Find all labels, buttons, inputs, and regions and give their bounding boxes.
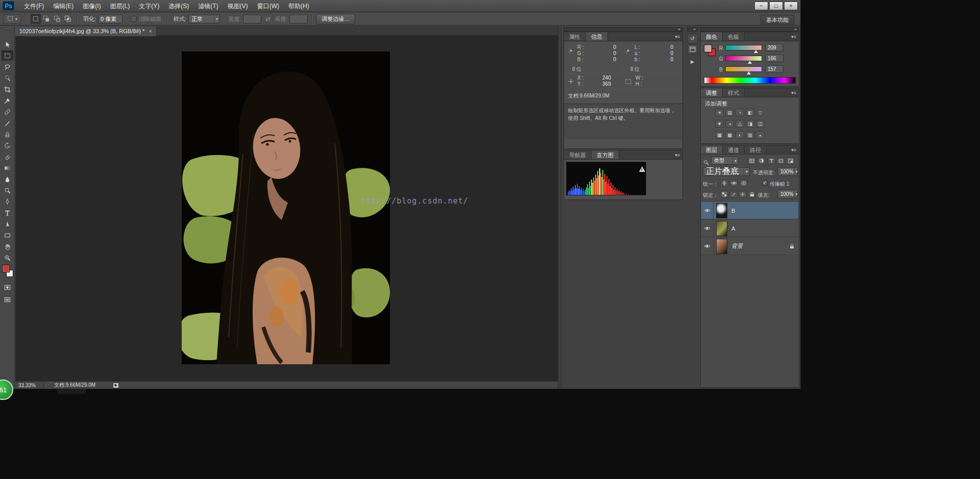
layer-filter-type-dropdown[interactable]: 类型 ▾ [711,157,739,165]
filter-adjustment-layers-icon[interactable] [757,157,766,164]
threshold-icon[interactable]: ◒ [756,131,765,139]
document-tab-close-icon[interactable]: × [149,28,152,34]
lasso-tool[interactable] [2,62,13,72]
red-slider[interactable] [725,45,762,51]
color-spectrum-bar[interactable] [704,77,796,84]
minimize-button[interactable]: − [754,2,768,10]
zoom-tool[interactable] [2,253,13,263]
propagate-frame-checkbox[interactable]: ✓ [762,180,768,186]
new-selection-mode-button[interactable] [31,14,41,24]
panel-menu-icon[interactable]: ▾≡ [791,145,796,155]
color-lookup-icon[interactable]: ▩ [725,131,734,139]
dock-collapse-bar[interactable]: » [700,27,799,32]
gradient-tool[interactable] [2,163,13,173]
invert-icon[interactable]: ◐ [736,131,744,139]
actions-panel-button[interactable]: ▶ [687,57,698,66]
red-value[interactable]: 209 [765,44,783,52]
channel-mixer-icon[interactable]: ▦ [715,131,724,139]
foreground-color-well[interactable] [704,44,712,53]
blend-mode-dropdown[interactable]: 正片叠底 ▾ [703,167,750,176]
screen-mode-button[interactable] [2,294,13,305]
layer-row-background[interactable]: 背景 [701,238,798,255]
panel-menu-icon[interactable]: ▾≡ [791,88,796,97]
crop-tool[interactable] [2,84,13,94]
tab-layers[interactable]: 图层 [701,145,723,154]
layer-name[interactable]: A [731,225,735,232]
opacity-dropdown[interactable]: 100% ▾ [777,167,798,176]
expand-icon[interactable]: ▽ [756,109,765,116]
layer-name[interactable]: 背景 [731,242,743,250]
document-image[interactable] [182,52,390,364]
status-zoom-value[interactable]: 33.33% [18,383,41,388]
curves-icon[interactable]: ◔ [736,109,744,116]
menu-edit[interactable]: 编辑(E) [48,0,78,12]
panel-menu-icon[interactable]: ▾≡ [675,150,680,160]
height-input[interactable] [289,15,308,23]
layer-thumbnail[interactable] [716,221,727,236]
lock-position-icon[interactable] [739,191,747,198]
tab-navigator[interactable]: 导航器 [564,150,592,159]
subtract-from-selection-mode-button[interactable] [52,14,62,24]
panel-splitter[interactable] [558,26,561,389]
green-slider[interactable] [725,56,762,61]
tab-color[interactable]: 颜色 [701,32,723,41]
status-document-size[interactable]: 文档:9.66M/29.0M [54,382,95,389]
layer-row-b[interactable]: B [701,202,798,219]
menu-layer[interactable]: 图层(L) [106,0,135,12]
menu-file[interactable]: 文件(F) [19,0,48,12]
dock-collapse-bar[interactable]: » [564,27,683,32]
intersect-selection-mode-button[interactable] [63,14,73,24]
workspace-switcher-button[interactable]: 基本功能 [761,15,794,26]
tab-channels[interactable]: 通道 [723,145,745,154]
menu-type[interactable]: 文字(Y) [134,0,164,12]
eraser-tool[interactable] [2,152,13,162]
unify-visibility-icon[interactable] [730,180,738,187]
layer-row-a[interactable]: A [701,220,798,237]
shape-tool[interactable] [2,230,13,240]
hand-tool[interactable] [2,241,13,251]
clone-stamp-tool[interactable] [2,129,13,139]
layer-visibility-toggle[interactable] [701,238,714,255]
eyedropper-tool[interactable] [2,95,13,106]
quick-selection-tool[interactable] [2,73,13,83]
green-value[interactable]: 166 [765,55,783,62]
pen-tool[interactable] [2,196,13,207]
tab-info[interactable]: 信息 [586,32,608,41]
canvas[interactable]: http://blog.csdn.net/ [15,36,558,381]
green-slider-thumb[interactable] [748,61,752,64]
tab-paths[interactable]: 路径 [745,145,767,154]
document-tab[interactable]: 102037oefiiofpzikjl4h4.jpg @ 33.3% (B, R… [15,27,157,36]
menu-filter[interactable]: 滤镜(T) [193,0,223,12]
unify-style-icon[interactable] [740,180,748,187]
tab-adjustments[interactable]: 调整 [701,88,723,97]
tab-swatches[interactable]: 色板 [723,32,745,41]
brush-tool[interactable] [2,118,13,128]
dodge-tool[interactable] [2,185,13,195]
tab-styles[interactable]: 样式 [723,88,745,97]
antialias-checkbox[interactable] [131,16,137,22]
path-selection-tool[interactable] [2,219,13,229]
tab-properties[interactable]: 属性 [564,32,586,41]
unify-position-icon[interactable] [720,180,728,187]
layer-visibility-toggle[interactable] [701,202,714,219]
swap-dimensions-icon[interactable]: ⇄ [265,15,271,22]
photo-filter-icon[interactable]: ◫ [756,120,765,128]
filter-shape-layers-icon[interactable] [777,157,785,164]
filter-pixel-layers-icon[interactable] [748,157,756,164]
tab-histogram[interactable]: 直方图 [592,150,619,159]
filter-smart-objects-icon[interactable] [787,157,795,164]
refine-edge-button[interactable]: 调整边缘… [316,14,355,24]
history-panel-button[interactable]: ↺ [687,34,698,43]
exposure-icon[interactable]: ◧ [746,109,754,116]
lock-transparency-icon[interactable] [720,191,728,198]
layer-thumbnail[interactable] [716,239,727,254]
foreground-color-swatch[interactable] [2,265,10,272]
healing-brush-tool[interactable] [2,107,13,117]
filter-type-layers-icon[interactable] [767,157,775,164]
vibrance-icon[interactable]: ▼ [715,120,724,128]
move-tool[interactable] [2,39,13,49]
levels-icon[interactable]: ▤ [725,109,734,116]
color-balance-icon[interactable]: △ [736,120,744,128]
style-dropdown[interactable]: 正常 ▾ [188,15,220,23]
blur-tool[interactable] [2,174,13,184]
